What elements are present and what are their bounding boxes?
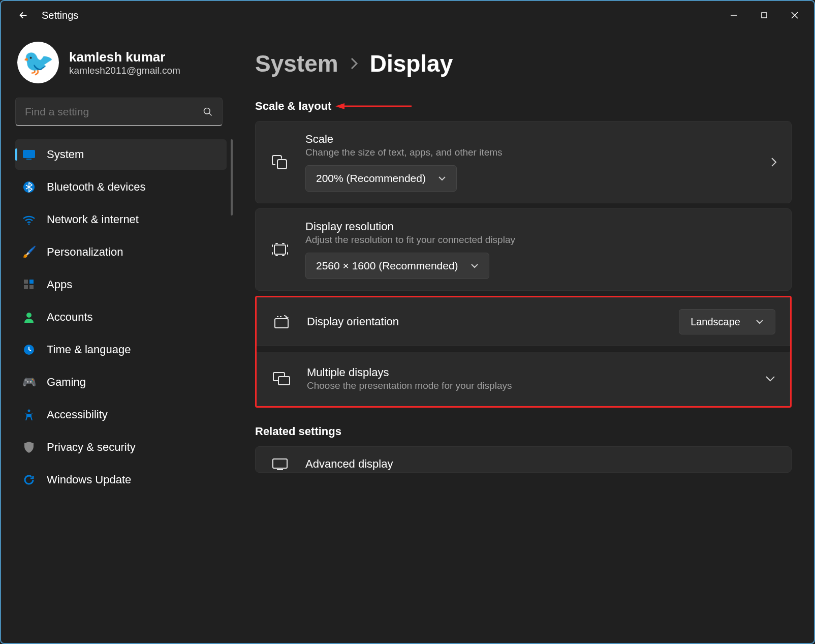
sidebar-item-label: System (47, 148, 84, 161)
card-title: Display orientation (307, 315, 664, 328)
sidebar-item-network[interactable]: Network & internet (15, 204, 227, 235)
bluetooth-icon (22, 180, 36, 194)
expand-button[interactable] (765, 376, 775, 382)
sidebar-item-label: Accounts (47, 311, 93, 324)
globe-clock-icon (22, 343, 36, 356)
avatar: 🐦 (17, 42, 59, 83)
apps-icon (22, 278, 36, 291)
window-controls (718, 5, 810, 25)
minimize-button[interactable] (718, 5, 749, 25)
sidebar-item-privacy[interactable]: Privacy & security (15, 432, 227, 463)
sidebar-item-accounts[interactable]: Accounts (15, 302, 227, 332)
profile-block[interactable]: 🐦 kamlesh kumar kamlesh2011@gmail.com (15, 42, 227, 83)
sidebar-item-bluetooth[interactable]: Bluetooth & devices (15, 172, 227, 202)
chevron-down-icon (438, 176, 446, 181)
accessibility-icon (22, 408, 36, 421)
chevron-right-icon (350, 56, 359, 71)
svg-marker-18 (335, 103, 344, 109)
card-orientation[interactable]: Display orientation Landscape (257, 297, 790, 346)
person-icon (22, 311, 36, 324)
sidebar-item-label: Personalization (47, 246, 123, 259)
scale-icon (270, 154, 290, 171)
card-advanced-display[interactable]: Advanced display (255, 446, 792, 473)
svg-rect-21 (275, 319, 288, 328)
search-input[interactable] (25, 106, 203, 118)
svg-rect-6 (23, 150, 35, 158)
annotation-highlight: Display orientation Landscape Multiple d… (255, 296, 792, 408)
chevron-down-icon (756, 319, 764, 324)
card-subtitle: Choose the presentation mode for your di… (307, 380, 750, 391)
multiple-displays-icon (271, 372, 292, 386)
resolution-icon (270, 242, 290, 257)
select-value: 2560 × 1600 (Recommended) (316, 260, 458, 272)
sidebar-item-gaming[interactable]: 🎮 Gaming (15, 367, 227, 397)
sidebar-item-label: Privacy & security (47, 441, 136, 454)
close-icon (791, 11, 799, 19)
resolution-select[interactable]: 2560 × 1600 (Recommended) (305, 253, 489, 279)
main-content: System Display Scale & layout Scale Chan… (235, 29, 814, 643)
section-header-scale-layout: Scale & layout (255, 100, 792, 113)
paintbrush-icon: 🖌️ (22, 246, 36, 259)
breadcrumb-parent[interactable]: System (255, 50, 338, 77)
sidebar-item-label: Time & language (47, 343, 131, 356)
sidebar-item-personalization[interactable]: 🖌️ Personalization (15, 237, 227, 267)
orientation-select[interactable]: Landscape (679, 309, 775, 334)
select-value: 200% (Recommended) (316, 172, 426, 185)
select-value: Landscape (691, 316, 740, 328)
svg-rect-19 (277, 160, 287, 169)
svg-rect-7 (26, 159, 32, 160)
section-header-related: Related settings (255, 425, 792, 438)
sidebar-item-label: Accessibility (47, 408, 108, 421)
update-icon (22, 473, 36, 486)
svg-rect-12 (24, 285, 28, 289)
card-resolution[interactable]: Display resolution Adjust the resolution… (255, 208, 792, 291)
card-multiple-displays[interactable]: Multiple displays Choose the presentatio… (257, 351, 790, 406)
svg-rect-23 (278, 377, 290, 385)
card-title: Scale (305, 133, 756, 146)
sidebar-item-label: Apps (47, 278, 72, 291)
arrow-left-icon (18, 10, 29, 21)
card-title: Display resolution (305, 220, 777, 233)
search-box[interactable] (15, 98, 223, 126)
svg-rect-13 (29, 285, 34, 289)
chevron-right-icon (771, 157, 777, 167)
sidebar-item-label: Windows Update (47, 473, 131, 486)
maximize-button[interactable] (749, 5, 779, 25)
maximize-icon (761, 12, 768, 19)
breadcrumb-current: Display (370, 50, 453, 77)
card-subtitle: Change the size of text, apps, and other… (305, 147, 756, 158)
svg-point-4 (204, 108, 210, 114)
sidebar-item-label: Bluetooth & devices (47, 180, 145, 194)
orientation-icon (271, 315, 292, 329)
svg-rect-24 (273, 459, 287, 468)
scale-select[interactable]: 200% (Recommended) (305, 165, 457, 192)
svg-point-16 (28, 410, 30, 412)
sidebar-scrollbar[interactable] (231, 139, 233, 216)
sidebar-item-accessibility[interactable]: Accessibility (15, 400, 227, 430)
svg-rect-10 (24, 280, 28, 284)
sidebar-item-apps[interactable]: Apps (15, 269, 227, 300)
sidebar-item-system[interactable]: System (15, 139, 227, 170)
shield-icon (22, 441, 36, 454)
svg-rect-1 (762, 13, 767, 18)
advanced-display-icon (270, 457, 290, 471)
titlebar: Settings (1, 1, 814, 29)
sidebar-item-label: Network & internet (47, 213, 139, 226)
gamepad-icon: 🎮 (22, 376, 36, 389)
svg-point-14 (26, 313, 32, 318)
sidebar-item-windows-update[interactable]: Windows Update (15, 465, 227, 495)
profile-name: kamlesh kumar (69, 49, 180, 65)
nav-list: System Bluetooth & devices Network & int… (15, 139, 227, 495)
card-scale[interactable]: Scale Change the size of text, apps, and… (255, 121, 792, 203)
sidebar: 🐦 kamlesh kumar kamlesh2011@gmail.com Sy… (1, 29, 235, 643)
chevron-down-icon (471, 263, 479, 268)
sidebar-item-time-language[interactable]: Time & language (15, 334, 227, 365)
expand-button[interactable] (771, 157, 777, 167)
sidebar-item-label: Gaming (47, 376, 86, 389)
minimize-icon (730, 12, 737, 19)
close-button[interactable] (779, 5, 810, 25)
breadcrumb: System Display (255, 50, 792, 77)
profile-email: kamlesh2011@gmail.com (69, 65, 180, 76)
svg-rect-11 (29, 280, 34, 284)
back-button[interactable] (13, 5, 34, 25)
